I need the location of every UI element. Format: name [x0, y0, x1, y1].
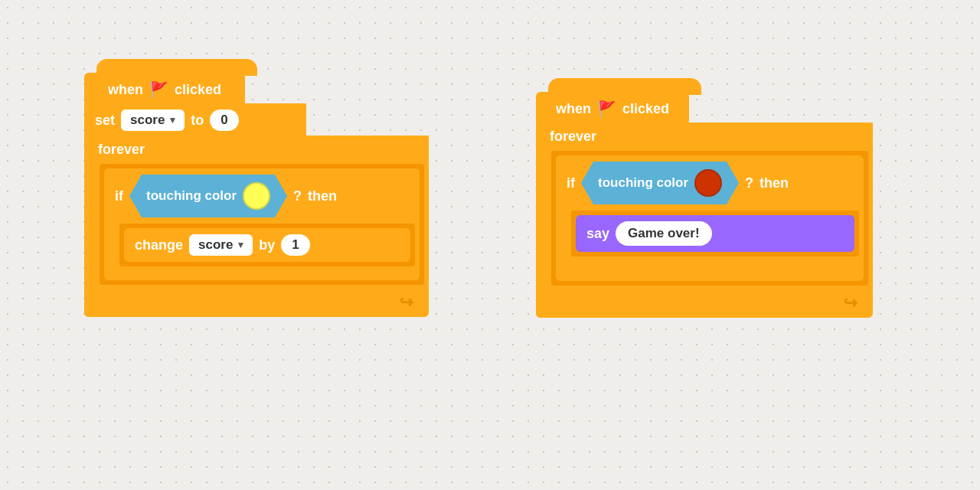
dropdown-arrow-icon: ▼	[168, 115, 177, 126]
forever-footer-right: ↩	[536, 289, 873, 318]
flag-icon-left: 🚩	[149, 80, 168, 99]
touching-label-left: touching color	[146, 188, 237, 204]
flag-icon-right: 🚩	[597, 100, 616, 118]
clicked-label-right: clicked	[622, 101, 669, 117]
dropdown-arrow-change-icon: ▼	[236, 240, 245, 250]
score-dropdown[interactable]: score ▼	[121, 109, 185, 131]
then-label-left: then	[308, 188, 337, 204]
touching-label-right: touching color	[598, 175, 688, 191]
forever-block-left[interactable]: forever if touching color ? then	[84, 136, 429, 317]
then-label-right: then	[760, 175, 789, 191]
change-value-input[interactable]: 1	[281, 234, 309, 256]
color-swatch-left[interactable]	[243, 182, 270, 210]
if-label-right: if	[567, 175, 575, 191]
forever-footer-left: ↩	[84, 288, 429, 317]
change-score-block[interactable]: change score ▼ by 1	[124, 228, 410, 262]
loop-arrow-left: ↩	[400, 292, 413, 312]
when-clicked-block-left[interactable]: when 🚩 clicked	[84, 73, 245, 106]
forever-block-right[interactable]: forever if touching color ? then	[536, 122, 873, 318]
if-then-block-left[interactable]: if touching color ? then change	[104, 168, 420, 280]
touching-color-hex-right[interactable]: touching color	[581, 162, 739, 204]
when-label-left: when	[108, 82, 143, 98]
left-script-group: when 🚩 clicked set score ▼ to 0 forever	[84, 73, 429, 317]
when-clicked-block-right[interactable]: when 🚩 clicked	[536, 92, 689, 126]
by-label: by	[259, 237, 275, 253]
value-input[interactable]: 0	[210, 109, 238, 131]
question-label-left: ?	[293, 188, 302, 204]
say-message-input[interactable]: Game over!	[616, 221, 712, 246]
right-script-group: when 🚩 clicked forever if touch	[536, 92, 873, 318]
forever-label-right: forever	[536, 122, 873, 151]
if-label-left: if	[115, 188, 123, 204]
color-swatch-right[interactable]	[694, 169, 722, 197]
when-label-right: when	[556, 101, 591, 117]
to-label: to	[191, 113, 204, 129]
question-label-right: ?	[745, 175, 753, 191]
change-label: change	[135, 237, 183, 253]
say-label: say	[586, 226, 609, 242]
loop-arrow-right: ↩	[844, 293, 858, 313]
say-block[interactable]: say Game over!	[576, 215, 854, 252]
set-score-block[interactable]: set score ▼ to 0	[84, 103, 306, 137]
if-then-block-right[interactable]: if touching color ? then say	[556, 155, 864, 281]
forever-label-left: forever	[84, 136, 429, 164]
touching-color-hex-left[interactable]: touching color	[129, 175, 287, 217]
score-dropdown-change[interactable]: score ▼	[189, 234, 253, 256]
clicked-label-left: clicked	[175, 82, 221, 98]
set-label: set	[95, 113, 115, 129]
